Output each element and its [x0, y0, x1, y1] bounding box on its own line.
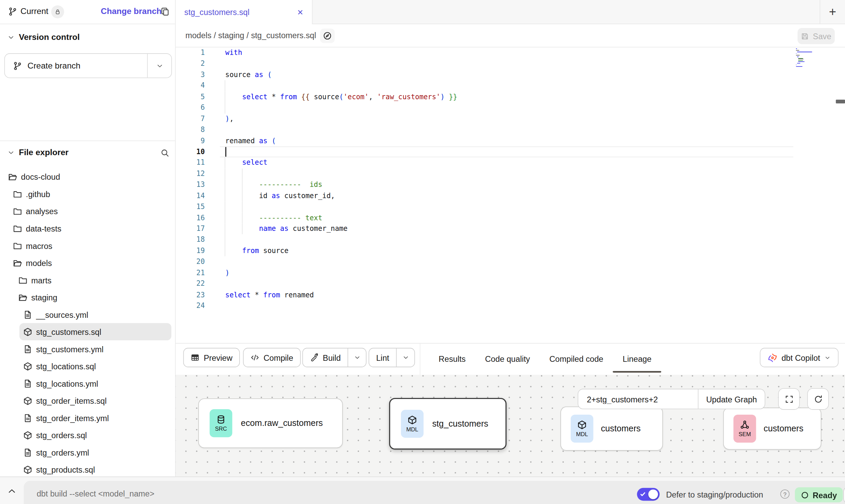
command-input[interactable]: [35, 485, 415, 501]
lineage-canvas[interactable]: SRCecom.raw_customersMDLstg_customersMDL…: [176, 375, 845, 476]
new-tab-button[interactable]: +: [820, 0, 845, 24]
file-tree-item[interactable]: __sources.yml: [0, 306, 175, 323]
code-line[interactable]: 15: [176, 202, 845, 212]
file-tree-item[interactable]: data-tests: [0, 220, 175, 237]
model-cube-icon: [23, 361, 32, 371]
file-tree-item[interactable]: stg_order_items.sql: [0, 392, 175, 410]
panel-tab-results[interactable]: Results: [439, 343, 466, 375]
dbt-copilot-button[interactable]: dbt Copilot: [760, 348, 839, 367]
editor-scrollbar-thumb[interactable]: [836, 100, 845, 103]
defer-toggle[interactable]: [637, 488, 659, 501]
refresh-button[interactable]: [807, 388, 829, 410]
file-tree-item[interactable]: stg_orders.yml: [0, 444, 175, 461]
status-ready-button[interactable]: Ready: [795, 487, 843, 502]
build-dropdown[interactable]: [348, 349, 366, 367]
file-tree-item[interactable]: staging: [0, 288, 175, 306]
file-tree-item[interactable]: stg_locations.sql: [0, 358, 175, 375]
code-line[interactable]: 22: [176, 279, 845, 290]
code-line[interactable]: 14 id as customer_id,: [176, 191, 845, 202]
lineage-node-ecom.raw_customers[interactable]: SRCecom.raw_customers: [198, 398, 343, 448]
code-line[interactable]: 13 ---------- ids: [176, 179, 845, 190]
more-menu-button[interactable]: ⋯: [843, 486, 845, 504]
code-line[interactable]: 9renamed as (: [176, 135, 845, 146]
line-number: 11: [176, 158, 219, 168]
code-line[interactable]: 11 select: [176, 158, 845, 168]
code-line[interactable]: 2: [176, 58, 845, 69]
file-tree-item[interactable]: .github: [0, 185, 175, 203]
file-tree-item[interactable]: stg_customers.yml: [0, 340, 175, 358]
code-line[interactable]: 3source as (: [176, 70, 845, 80]
code-line[interactable]: 21): [176, 267, 845, 278]
compile-label: Compile: [263, 353, 293, 362]
panel-tab-lineage[interactable]: Lineage: [623, 343, 651, 375]
lineage-node-stg_customers[interactable]: MDLstg_customers: [389, 398, 506, 449]
file-tree-item[interactable]: stg_orders.sql: [0, 427, 175, 444]
panel-tab-compiled-code[interactable]: Compiled code: [549, 343, 603, 375]
lineage-node-customers[interactable]: MDLcustomers: [560, 406, 663, 450]
code-line[interactable]: 7),: [176, 114, 845, 124]
version-control-title: Version control: [19, 32, 80, 42]
lint-label: Lint: [376, 353, 389, 362]
file-tree-item[interactable]: stg_products.sql: [0, 461, 175, 477]
file-explorer-section-header[interactable]: File explorer: [0, 144, 175, 160]
toolbar-separator: [420, 343, 420, 375]
code-line[interactable]: 1with: [176, 47, 845, 58]
minimap[interactable]: [796, 48, 814, 68]
collapse-panel-button[interactable]: [6, 486, 18, 496]
lint-dropdown[interactable]: [397, 349, 414, 367]
code-line[interactable]: 17 name as customer_name: [176, 223, 845, 234]
code-line[interactable]: 10: [176, 146, 845, 157]
fullscreen-button[interactable]: [778, 388, 800, 410]
database-icon: [216, 414, 226, 424]
file-tree-item[interactable]: stg_customers.sql: [19, 323, 171, 340]
yaml-file-icon: [23, 448, 32, 457]
line-number: 5: [176, 91, 219, 102]
update-graph-button[interactable]: Update Graph: [698, 389, 764, 409]
chevron-down-icon: [8, 34, 15, 41]
lineage-node-customers[interactable]: SEMcustomers: [723, 407, 821, 449]
change-branch-link[interactable]: Change branch: [101, 6, 161, 16]
lineage-selector-input[interactable]: [578, 389, 698, 409]
create-branch-dropdown[interactable]: [148, 54, 171, 77]
help-icon[interactable]: ?: [780, 489, 790, 499]
search-icon[interactable]: [161, 149, 169, 157]
compile-button[interactable]: Compile: [243, 348, 301, 367]
build-button-main[interactable]: Build: [303, 349, 348, 367]
indent-guide: [225, 202, 225, 212]
node-label: customers: [601, 424, 641, 433]
file-tree-item[interactable]: stg_order_items.yml: [0, 409, 175, 427]
close-icon[interactable]: ✕: [297, 8, 303, 16]
file-tree-item[interactable]: macros: [0, 237, 175, 254]
code-line[interactable]: 24: [176, 300, 845, 311]
lint-button-main[interactable]: Lint: [369, 349, 396, 367]
indent-guide: [242, 202, 242, 212]
git-branch-icon: [13, 61, 22, 70]
file-tree-item[interactable]: stg_locations.yml: [0, 375, 175, 392]
editor-tab[interactable]: stg_customers.sql ✕: [176, 0, 313, 24]
model-cube-icon: [23, 396, 32, 405]
code-line[interactable]: 20: [176, 256, 845, 267]
code-line[interactable]: 23select * from renamed: [176, 290, 845, 300]
code-line[interactable]: 6: [176, 102, 845, 113]
file-tree-item[interactable]: marts: [0, 271, 175, 289]
code-line[interactable]: 8: [176, 124, 845, 135]
file-tree-item[interactable]: analyses: [0, 203, 175, 220]
create-branch-main[interactable]: Create branch: [5, 54, 147, 77]
code-editor[interactable]: 1with23source as (45 select * from {{ so…: [176, 47, 845, 343]
code-line[interactable]: 18: [176, 235, 845, 246]
version-control-section-header[interactable]: Version control: [0, 29, 175, 45]
code-line[interactable]: 19 from source: [176, 246, 845, 256]
save-button[interactable]: Save: [798, 28, 835, 44]
code-line[interactable]: 5 select * from {{ source('ecom', 'raw_c…: [176, 91, 845, 102]
code-line[interactable]: 12: [176, 168, 845, 179]
line-number: 3: [176, 70, 219, 80]
code-line[interactable]: 4: [176, 80, 845, 91]
code-line[interactable]: 16 ---------- text: [176, 212, 845, 223]
wrench-icon: [310, 353, 318, 362]
panel-tab-code-quality[interactable]: Code quality: [485, 343, 530, 375]
file-tree-item[interactable]: models: [0, 254, 175, 271]
explore-button[interactable]: [320, 29, 335, 43]
file-tree-item[interactable]: docs-cloud: [0, 168, 175, 186]
copy-icon[interactable]: [161, 7, 170, 16]
preview-button[interactable]: Preview: [183, 348, 240, 367]
